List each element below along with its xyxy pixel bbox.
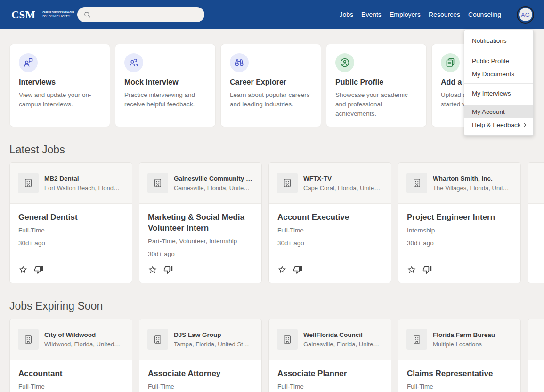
company-logo bbox=[277, 329, 298, 350]
company-logo bbox=[18, 329, 39, 350]
job-card[interactable]: Wharton Smith, Inc. The Villages, Florid… bbox=[398, 162, 521, 283]
thumbs-down-icon[interactable] bbox=[163, 265, 173, 274]
nav-item-counseling[interactable]: Counseling bbox=[468, 11, 501, 18]
building-icon bbox=[23, 178, 33, 188]
job-card[interactable]: MB2 Dental Fort Walton Beach, Florid… Ge… bbox=[9, 162, 132, 283]
job-title[interactable]: Project Engineer Intern bbox=[407, 212, 512, 223]
quick-card-interviews[interactable]: Interviews View and update your on-campu… bbox=[9, 44, 110, 127]
quick-card-mock-interview[interactable]: Mock Interview Practice interviewing and… bbox=[115, 44, 216, 127]
job-posted-date: 30d+ ago bbox=[277, 240, 382, 247]
company-location: Gainesville, Florida, Unite… bbox=[174, 184, 253, 192]
latest-jobs-row: MB2 Dental Fort Walton Beach, Florid… Ge… bbox=[9, 162, 535, 283]
company-location: Multiple Locations bbox=[433, 341, 512, 348]
company-name: Florida Farm Bureau bbox=[433, 331, 512, 338]
quick-card-title: Public Profile bbox=[335, 78, 417, 87]
nav-item-employers[interactable]: Employers bbox=[390, 11, 421, 18]
job-posted-date: 30d+ ago bbox=[148, 250, 253, 257]
company-location: Wildwood, Florida, United… bbox=[44, 341, 124, 348]
logo-tagline-bottom: BY SYMPLICITY bbox=[42, 14, 74, 18]
job-title[interactable]: Associate Attorney bbox=[148, 368, 253, 379]
quick-card-description: Practice interviewing and receive helpfu… bbox=[124, 90, 206, 109]
public-profile-icon bbox=[335, 53, 354, 72]
building-icon bbox=[282, 334, 292, 344]
job-card-clipped[interactable] bbox=[528, 319, 544, 392]
job-title[interactable]: Account Executive bbox=[277, 212, 382, 223]
nav-item-resources[interactable]: Resources bbox=[429, 11, 460, 18]
menu-item-my-account[interactable]: My Account bbox=[464, 105, 533, 118]
company-location: Cape Coral, Florida, Unite… bbox=[303, 184, 383, 192]
search-icon bbox=[83, 10, 91, 19]
nav-item-events[interactable]: Events bbox=[361, 11, 382, 18]
company-logo bbox=[406, 173, 427, 193]
thumbs-down-icon[interactable] bbox=[293, 265, 302, 274]
job-type: Full-Time bbox=[148, 383, 253, 390]
company-logo bbox=[18, 173, 39, 193]
section-title-latest-jobs: Latest Jobs bbox=[9, 144, 535, 156]
job-card[interactable]: WellFlorida Council Gainesville, Florida… bbox=[268, 319, 391, 392]
jobs-expiring-soon-row: City of Wildwood Wildwood, Florida, Unit… bbox=[9, 319, 535, 392]
favorite-star-icon[interactable] bbox=[148, 265, 157, 274]
global-search-bar[interactable] bbox=[77, 7, 204, 22]
company-name: City of Wildwood bbox=[44, 331, 124, 338]
company-location: Fort Walton Beach, Florid… bbox=[44, 184, 124, 192]
job-card[interactable]: Gainesville Community … Gainesville, Flo… bbox=[139, 162, 262, 283]
company-name: WFTX-TV bbox=[303, 175, 383, 182]
building-icon bbox=[153, 334, 163, 344]
mock-interview-icon bbox=[124, 53, 143, 72]
avatar-initials: AG bbox=[519, 8, 532, 21]
section-title-jobs-expiring-soon: Jobs Expiring Soon bbox=[9, 300, 535, 312]
menu-item-notifications[interactable]: Notifications bbox=[464, 34, 533, 47]
job-type: Full-Time bbox=[277, 383, 382, 390]
building-icon bbox=[412, 334, 422, 344]
job-card[interactable]: City of Wildwood Wildwood, Florida, Unit… bbox=[9, 319, 132, 392]
job-title[interactable]: Accountant bbox=[18, 368, 123, 379]
job-card-clipped[interactable] bbox=[528, 162, 544, 283]
quick-actions-row: Interviews View and update your on-campu… bbox=[9, 44, 535, 127]
account-avatar-button[interactable]: AG bbox=[517, 6, 534, 24]
favorite-star-icon[interactable] bbox=[407, 265, 416, 274]
building-icon bbox=[23, 334, 33, 344]
divider bbox=[148, 258, 240, 258]
quick-card-public-profile[interactable]: Public Profile Showcase your academic an… bbox=[326, 44, 427, 127]
divider bbox=[277, 258, 369, 258]
company-name: Wharton Smith, Inc. bbox=[433, 175, 512, 182]
career-explorer-icon bbox=[230, 53, 249, 72]
job-title[interactable]: Marketing & Social Media Volunteer Inter… bbox=[148, 212, 253, 233]
menu-item-help-feedback[interactable]: Help & Feedback bbox=[464, 118, 533, 131]
job-card[interactable]: Florida Farm Bureau Multiple Locations C… bbox=[398, 319, 521, 392]
building-icon bbox=[282, 178, 292, 188]
quick-card-description: Learn about popular careers and leading … bbox=[230, 90, 312, 109]
job-posted-date: 30d+ ago bbox=[407, 240, 512, 247]
logo-abbr: CSM bbox=[11, 9, 35, 20]
nav-item-jobs[interactable]: Jobs bbox=[339, 11, 353, 18]
favorite-star-icon[interactable] bbox=[277, 265, 287, 274]
job-card[interactable]: WFTX-TV Cape Coral, Florida, Unite… Acco… bbox=[268, 162, 391, 283]
job-title[interactable]: Claims Representative bbox=[407, 368, 512, 379]
quick-card-career-explorer[interactable]: Career Explorer Learn about popular care… bbox=[220, 44, 321, 127]
csm-logo[interactable]: CSM CAREER SERVICES MANAGER BY SYMPLICIT… bbox=[11, 9, 74, 20]
menu-item-my-interviews[interactable]: My Interviews bbox=[464, 87, 533, 100]
thumbs-down-icon[interactable] bbox=[34, 265, 43, 274]
job-posted-date: 30d+ ago bbox=[18, 240, 123, 247]
quick-card-title: Career Explorer bbox=[230, 78, 312, 87]
favorite-star-icon[interactable] bbox=[18, 265, 28, 274]
thumbs-down-icon[interactable] bbox=[422, 265, 432, 274]
logo-divider bbox=[39, 9, 39, 20]
menu-item-public-profile[interactable]: Public Profile bbox=[464, 54, 533, 67]
top-navigation-bar: CSM CAREER SERVICES MANAGER BY SYMPLICIT… bbox=[0, 0, 544, 29]
search-input[interactable] bbox=[95, 11, 198, 18]
divider bbox=[407, 258, 499, 258]
company-name: Gainesville Community … bbox=[174, 175, 253, 182]
quick-card-description: View and update your on-campus interview… bbox=[19, 90, 101, 109]
quick-card-title: Interviews bbox=[19, 78, 101, 87]
divider bbox=[18, 258, 110, 258]
menu-item-my-documents[interactable]: My Documents bbox=[464, 67, 533, 80]
job-title[interactable]: General Dentist bbox=[18, 212, 123, 223]
logo-tagline-top: CAREER SERVICES MANAGER bbox=[42, 11, 74, 14]
job-title[interactable]: Associate Planner bbox=[277, 368, 382, 379]
company-logo bbox=[406, 329, 427, 350]
company-name: WellFlorida Council bbox=[303, 331, 383, 338]
job-card[interactable]: DJS Law Group Tampa, Florida, United St…… bbox=[139, 319, 262, 392]
job-type: Full-Time bbox=[407, 383, 512, 390]
company-logo bbox=[147, 173, 168, 193]
